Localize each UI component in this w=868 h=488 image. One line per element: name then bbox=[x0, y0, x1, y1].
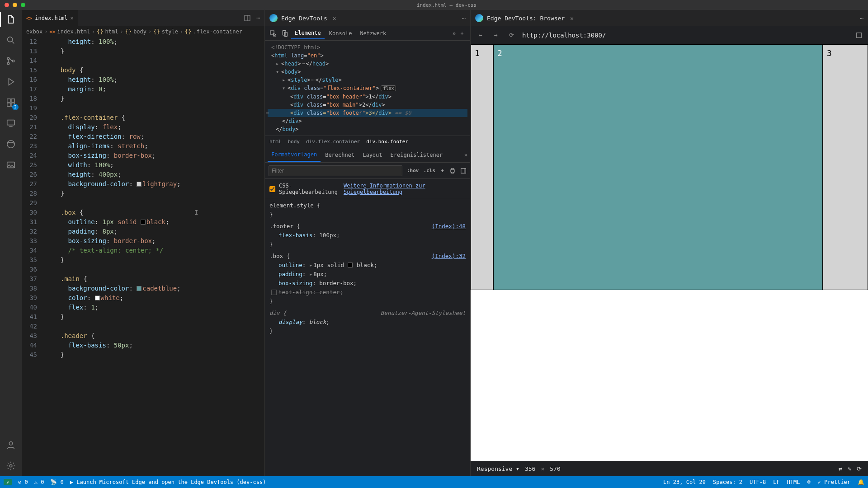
editor-tab[interactable]: <> index.html ✕ bbox=[22, 10, 79, 26]
console-tab[interactable]: Konsole bbox=[326, 28, 356, 39]
indent-setting[interactable]: Spaces: 2 bbox=[713, 479, 742, 485]
rotate-icon[interactable]: ⇄ bbox=[839, 465, 842, 472]
explorer-icon[interactable] bbox=[5, 14, 17, 25]
search-icon[interactable] bbox=[5, 34, 17, 46]
layout-tab[interactable]: Layout bbox=[359, 149, 386, 161]
close-window-icon[interactable] bbox=[5, 3, 9, 7]
address-bar: ← → ⟳ http://localhost:3000/ bbox=[471, 26, 868, 44]
dom-tree[interactable]: <!DOCTYPE html> <html lang="en"> ▸<head>… bbox=[265, 41, 470, 136]
inspect-icon[interactable] bbox=[268, 28, 278, 39]
errors-count[interactable]: ⊘ 0 bbox=[18, 479, 28, 485]
device-icon[interactable] bbox=[279, 28, 290, 39]
flex-badge[interactable]: flex bbox=[381, 85, 396, 91]
close-icon[interactable]: ✕ bbox=[570, 15, 574, 22]
more-icon[interactable]: ⋯ bbox=[860, 15, 863, 22]
launch-message[interactable]: ▶ Launch Microsoft Edge and open the Edg… bbox=[70, 479, 266, 485]
user-agent-label: Benutzer-Agent-Stylesheet bbox=[381, 309, 466, 318]
network-tab[interactable]: Netzwerk bbox=[356, 28, 390, 39]
maximize-window-icon[interactable] bbox=[21, 3, 25, 7]
plus-icon[interactable]: ＋ bbox=[457, 28, 467, 39]
extensions-badge: 2 bbox=[12, 104, 19, 110]
gear-icon[interactable] bbox=[5, 460, 17, 472]
extensions-icon[interactable]: 2 bbox=[5, 97, 17, 108]
feedback-icon[interactable]: ☺ bbox=[807, 479, 811, 485]
listeners-tab[interactable]: Ereignislistener bbox=[387, 149, 447, 161]
breadcrumb-item[interactable]: html bbox=[105, 28, 118, 35]
source-link[interactable]: (Index):32 bbox=[432, 252, 466, 261]
device-select[interactable]: Responsive ▾ bbox=[477, 465, 519, 472]
filter-input[interactable] bbox=[269, 165, 402, 176]
brackets-icon: {} bbox=[125, 28, 132, 35]
svg-rect-18 bbox=[461, 168, 466, 173]
hov-toggle[interactable]: :hov bbox=[407, 168, 419, 174]
mirror-checkbox[interactable] bbox=[269, 186, 275, 192]
bell-icon[interactable]: 🔔 bbox=[858, 479, 864, 485]
eol[interactable]: LF bbox=[773, 479, 779, 485]
close-icon[interactable]: ✕ bbox=[71, 15, 74, 21]
breadcrumb-item[interactable]: body bbox=[133, 28, 146, 35]
svg-point-9 bbox=[7, 141, 15, 148]
encoding[interactable]: UTF-8 bbox=[750, 479, 766, 485]
warnings-count[interactable]: ⚠ 0 bbox=[34, 479, 44, 485]
debug-icon[interactable] bbox=[5, 76, 17, 88]
edge-tools-icon[interactable] bbox=[5, 138, 17, 150]
eyedropper-icon[interactable]: ✎ bbox=[848, 465, 851, 472]
activity-bar: 2 bbox=[0, 10, 22, 476]
styles-rules[interactable]: element.style { } .footer {(Index):48 fl… bbox=[265, 199, 470, 476]
split-editor-icon[interactable] bbox=[244, 14, 251, 22]
ports-count[interactable]: 📡 0 bbox=[50, 479, 63, 485]
plus-icon[interactable]: ＋ bbox=[440, 167, 445, 174]
computed-tab[interactable]: Berechnet bbox=[321, 149, 358, 161]
styles-tab[interactable]: Formatvorlagen bbox=[268, 148, 321, 162]
minimize-window-icon[interactable] bbox=[13, 3, 17, 7]
crumb-item[interactable]: div.flex-container bbox=[306, 139, 360, 145]
cursor-position[interactable]: Ln 23, Col 29 bbox=[663, 479, 706, 485]
prettier-status[interactable]: Prettier bbox=[818, 479, 850, 485]
svg-rect-5 bbox=[7, 103, 10, 106]
rule-checkbox[interactable] bbox=[271, 290, 277, 295]
crumb-item[interactable]: body bbox=[288, 139, 300, 145]
editor-body[interactable]: 1213141516171819202122232425262728293031… bbox=[22, 37, 264, 476]
scm-icon[interactable] bbox=[5, 55, 17, 67]
breadcrumb-item[interactable]: .flex-container bbox=[193, 28, 242, 35]
account-icon[interactable] bbox=[5, 439, 17, 451]
image-icon[interactable] bbox=[5, 159, 17, 171]
panel-icon[interactable] bbox=[460, 168, 467, 174]
close-icon[interactable]: ✕ bbox=[333, 15, 336, 22]
viewport-height[interactable]: 570 bbox=[550, 465, 560, 472]
preview-flex-container: 1 2 3 bbox=[471, 44, 868, 290]
forward-icon[interactable]: → bbox=[491, 31, 500, 40]
back-icon[interactable]: ← bbox=[476, 31, 485, 40]
source-link[interactable]: (Index):48 bbox=[432, 222, 466, 231]
settings-toggle-icon[interactable]: ⟳ bbox=[857, 465, 862, 472]
language-mode[interactable]: HTML bbox=[787, 479, 800, 485]
edge-icon bbox=[475, 14, 483, 22]
crumb-item[interactable]: div.box.footer bbox=[366, 139, 408, 145]
chevron-right-icon[interactable]: » bbox=[453, 30, 456, 37]
chevron-right-icon[interactable]: » bbox=[464, 152, 467, 158]
more-icon[interactable]: ⋯ bbox=[256, 14, 260, 22]
elements-tab[interactable]: Elemente bbox=[291, 28, 325, 39]
cls-toggle[interactable]: .cls bbox=[424, 168, 436, 174]
breadcrumb-item[interactable]: style bbox=[162, 28, 178, 35]
breadcrumb-item[interactable]: index.html bbox=[57, 28, 90, 35]
crumb-item[interactable]: html bbox=[269, 139, 282, 145]
remote-indicator[interactable]: ⚡ bbox=[4, 479, 12, 485]
breadcrumb-item[interactable]: exbox bbox=[26, 28, 42, 35]
remote-icon[interactable] bbox=[5, 117, 17, 129]
reload-icon[interactable]: ⟳ bbox=[507, 31, 516, 40]
browser-tab[interactable]: Edge DevTools: Browser ✕ ⋯ bbox=[471, 10, 868, 26]
dom-breadcrumbs[interactable]: html body div.flex-container div.box.foo… bbox=[265, 136, 470, 147]
breadcrumb[interactable]: exbox› <> index.html› {} html› {} body› … bbox=[22, 26, 264, 37]
url-display[interactable]: http://localhost:3000/ bbox=[522, 32, 849, 39]
viewport-width[interactable]: 356 bbox=[525, 465, 535, 472]
more-icon[interactable]: ⋯ bbox=[462, 15, 470, 22]
devtools-tab[interactable]: Edge DevTools ✕ bbox=[265, 10, 341, 26]
code-content[interactable]: I height: 100%; } body { height: 100%; m… bbox=[45, 37, 264, 476]
mirror-link[interactable]: Weitere Informationen zur Spiegelbearbei… bbox=[344, 183, 466, 195]
svg-point-2 bbox=[7, 62, 9, 65]
selected-dom-node[interactable]: ⋯<div class="box footer">3</div> == $0 bbox=[268, 109, 467, 117]
html-file-icon: <> bbox=[26, 15, 32, 21]
screencast-icon[interactable] bbox=[855, 32, 863, 39]
print-icon[interactable] bbox=[449, 168, 456, 174]
